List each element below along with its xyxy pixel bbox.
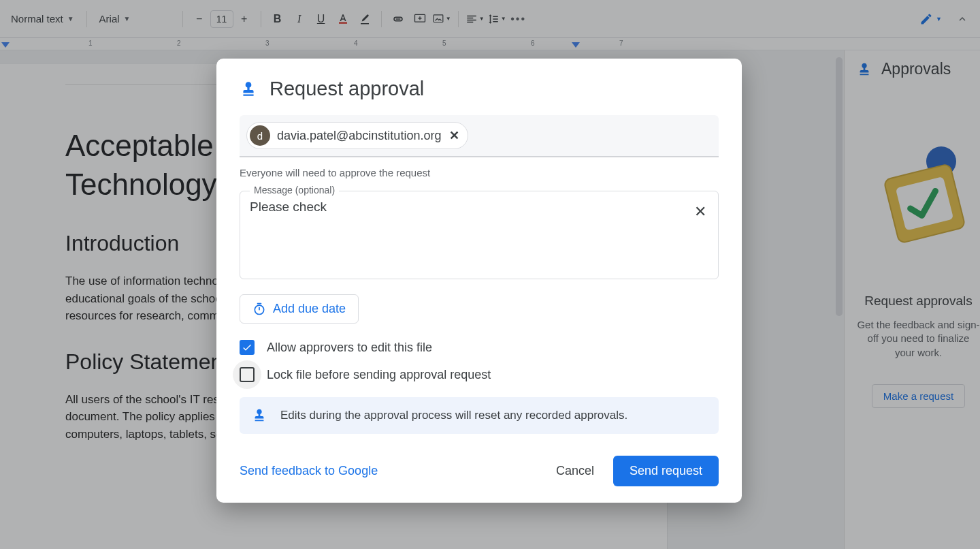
avatar: d [250, 125, 270, 146]
focus-halo [233, 360, 261, 389]
message-field[interactable]: Message (optional) ✕ [240, 191, 719, 279]
approver-email: davia.patel@abcinstitution.org [277, 129, 441, 143]
helper-text: Everyone will need to approve the reques… [240, 167, 719, 178]
send-feedback-link[interactable]: Send feedback to Google [240, 464, 378, 478]
add-due-date-button[interactable]: Add due date [240, 294, 359, 324]
allow-edit-checkbox[interactable] [240, 340, 255, 355]
remove-approver-button[interactable]: ✕ [448, 128, 461, 143]
dialog-title: Request approval [270, 78, 424, 100]
clear-message-button[interactable]: ✕ [689, 201, 711, 223]
info-text: Edits during the approval process will r… [280, 409, 627, 422]
approvals-icon [252, 408, 267, 423]
request-approval-dialog: Request approval d davia.patel@abcinstit… [216, 59, 742, 503]
add-due-date-label: Add due date [273, 302, 346, 316]
approvers-field[interactable]: d davia.patel@abcinstitution.org ✕ [240, 115, 719, 157]
allow-edit-checkbox-row[interactable]: Allow approvers to edit this file [240, 340, 719, 355]
timer-icon [252, 302, 266, 316]
approver-chip: d davia.patel@abcinstitution.org ✕ [246, 122, 468, 149]
lock-file-checkbox-row[interactable]: Lock file before sending approval reques… [240, 367, 719, 382]
lock-file-label: Lock file before sending approval reques… [267, 368, 491, 382]
cancel-button[interactable]: Cancel [544, 457, 606, 485]
allow-edit-label: Allow approvers to edit this file [267, 341, 432, 355]
info-banner: Edits during the approval process will r… [240, 397, 719, 434]
message-label: Message (optional) [250, 185, 339, 195]
send-request-button[interactable]: Send request [613, 456, 719, 486]
approvals-icon [240, 80, 257, 98]
message-textarea[interactable] [250, 200, 681, 249]
